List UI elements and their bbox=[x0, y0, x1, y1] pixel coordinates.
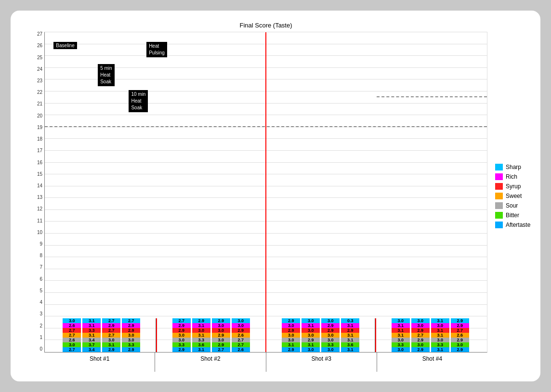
bar-segment: 3.7 bbox=[82, 342, 101, 347]
bar-segment: 2.9 bbox=[172, 347, 191, 352]
legend-swatch bbox=[495, 164, 503, 170]
bar-segment: 3.0 bbox=[172, 338, 191, 342]
bar-segment: 3.3 bbox=[82, 328, 101, 333]
bar-segment: 3.1 bbox=[431, 318, 449, 323]
bar-segment: 3.0 bbox=[232, 323, 250, 328]
y-tick: 16 bbox=[37, 160, 42, 165]
bar-segment: 3.3 bbox=[192, 338, 210, 342]
bar-segment: 0.3 bbox=[341, 318, 359, 323]
bar-segment: 3.1 bbox=[341, 323, 359, 328]
bar-segment: 3.0 bbox=[102, 338, 120, 342]
bar-segment: 2.9 bbox=[122, 347, 140, 352]
y-tick: 13 bbox=[37, 195, 42, 200]
bar-segment: 3.0 bbox=[302, 347, 320, 352]
y-tick: 23 bbox=[37, 78, 42, 83]
bar-segment: 2.7 bbox=[102, 333, 120, 338]
chart-area: 0123456789101112131415161718192021222324… bbox=[20, 20, 487, 372]
bar-segment: 3.0 bbox=[232, 318, 250, 323]
y-tick: 3 bbox=[39, 312, 42, 316]
y-tick: 0 bbox=[39, 347, 42, 352]
y-tick: 7 bbox=[39, 265, 42, 270]
plot-area: 2.73.02.62.72.72.63.03.43.73.43.13.33.13… bbox=[44, 32, 487, 372]
y-tick: 8 bbox=[39, 253, 42, 258]
bar-segment: 2.6 bbox=[232, 333, 250, 338]
shot-group-3: 2.93.13.03.02.93.02.93.03.12.93.03.03.13… bbox=[266, 318, 376, 352]
bar-segment: 3.0 bbox=[451, 342, 469, 347]
bar-segment: 3.0 bbox=[321, 333, 340, 338]
y-tick: 5 bbox=[39, 288, 42, 293]
bar-segment: 2.9 bbox=[212, 318, 230, 323]
bar-segment: 3.0 bbox=[122, 338, 140, 342]
bar-segment: 2.6 bbox=[232, 347, 250, 352]
legend-label: Bitter bbox=[506, 212, 519, 219]
legend-item-sharp: Sharp bbox=[495, 164, 536, 170]
x-shot-label-2: Shot #2 bbox=[155, 353, 266, 372]
y-tick: 26 bbox=[37, 43, 42, 48]
bar-segment: 2.9 bbox=[172, 328, 191, 333]
bar-segment: 2.9 bbox=[102, 323, 120, 328]
bar-col: 3.13.33.03.13.13.03.1 bbox=[431, 318, 449, 352]
bar-segment: 3.0 bbox=[321, 338, 340, 342]
y-tick: 6 bbox=[39, 277, 42, 282]
bar-segment: 2.9 bbox=[321, 328, 340, 333]
bar-col: 2.72.93.02.93.03.02.9 bbox=[212, 318, 230, 352]
bar-segment: 3.1 bbox=[192, 347, 210, 352]
bar-segment: 2.9 bbox=[232, 328, 250, 333]
bar-col: 3.43.73.43.13.33.13.1 bbox=[82, 318, 101, 352]
y-tick: 12 bbox=[37, 207, 42, 211]
bar-segment: 3.4 bbox=[82, 338, 101, 342]
bar-segment: 3.1 bbox=[82, 333, 101, 338]
red-divider-line bbox=[375, 318, 376, 352]
bar-col: 3.03.33.03.02.92.93.0 bbox=[321, 318, 340, 352]
bar-segment: 3.0 bbox=[411, 323, 430, 328]
bar-segment: 3.0 bbox=[392, 347, 410, 352]
legend-item-sweet: Sweet bbox=[495, 193, 536, 199]
bar-segment: 3.0 bbox=[321, 347, 340, 352]
bar-segment: 2.7 bbox=[212, 347, 230, 352]
bar-col: 2.93.02.92.72.93.03.0 bbox=[411, 318, 430, 352]
bar-col: 3.13.63.13.12.93.10.3 bbox=[341, 318, 359, 352]
bar-segment: 2.7 bbox=[232, 342, 250, 347]
x-shot-label-4: Shot #4 bbox=[377, 353, 487, 372]
annotation-10min-heat-soak: 10 minHeatSoak bbox=[129, 90, 148, 112]
legend-label: Sharp bbox=[506, 164, 521, 170]
legend-swatch bbox=[495, 193, 503, 199]
y-tick: 10 bbox=[37, 230, 42, 235]
bar-segment: 3.1 bbox=[192, 333, 210, 338]
bar-segment: 3.1 bbox=[341, 338, 359, 342]
y-tick: 9 bbox=[39, 242, 42, 247]
bar-segment: 3.1 bbox=[341, 347, 359, 352]
y-tick: 24 bbox=[37, 67, 42, 72]
bar-segment: 2.7 bbox=[172, 318, 191, 323]
bar-segment: 3.0 bbox=[302, 328, 320, 333]
bar-segment: 2.9 bbox=[192, 318, 210, 323]
bar-segment: 3.3 bbox=[321, 342, 340, 347]
chart-body: 0123456789101112131415161718192021222324… bbox=[20, 32, 487, 372]
bar-segment: 3.1 bbox=[192, 323, 210, 328]
bar-segment: 3.0 bbox=[282, 338, 300, 342]
bar-segment: 3.0 bbox=[122, 333, 140, 338]
bar-segment: 2.9 bbox=[282, 347, 300, 352]
bar-segment: 2.7 bbox=[122, 318, 140, 323]
bar-segment: 3.1 bbox=[302, 323, 320, 328]
final-score-label: Final Score (Taste) bbox=[239, 22, 292, 29]
bar-segment: 3.0 bbox=[63, 318, 81, 323]
y-tick: 25 bbox=[37, 55, 42, 60]
bar-segment: 3.1 bbox=[392, 328, 410, 333]
bar-segment: 3.1 bbox=[82, 323, 101, 328]
y-tick: 22 bbox=[37, 90, 42, 95]
legend-swatch bbox=[495, 173, 503, 180]
y-tick: 1 bbox=[39, 335, 42, 340]
shot-group-4: 3.03.33.03.13.13.13.02.93.02.92.72.93.03… bbox=[376, 318, 485, 352]
bar-col: 2.93.02.92.62.72.92.9 bbox=[451, 318, 469, 352]
bar-segment: 3.1 bbox=[392, 323, 410, 328]
bar-segment: 2.9 bbox=[122, 328, 140, 333]
bar-segment: 3.1 bbox=[302, 342, 320, 347]
bar-segment: 2.9 bbox=[321, 323, 340, 328]
annotation-baseline: Baseline bbox=[53, 42, 77, 49]
legend-item-aftertaste: Aftertaste bbox=[495, 222, 536, 228]
y-tick: 14 bbox=[37, 183, 42, 188]
bar-segment: 2.9 bbox=[102, 347, 120, 352]
bar-segment: 3.3 bbox=[392, 342, 410, 347]
legend-label: Sweet bbox=[506, 193, 522, 199]
